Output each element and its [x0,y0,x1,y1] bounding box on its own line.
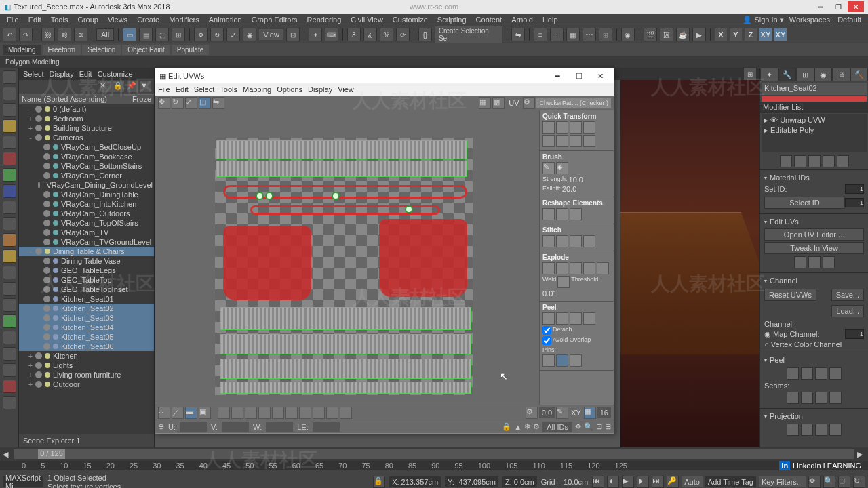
brush-header[interactable]: Brush [542,153,611,161]
key-filters-button[interactable]: Key Filters... [759,476,806,487]
schematic-button[interactable]: ⊞ [599,28,612,41]
uv-nav-icon[interactable]: ⊞ [605,422,611,431]
rotate-button[interactable]: ↻ [210,28,224,41]
tool-icon[interactable] [3,70,16,84]
uv-tool-icon[interactable] [285,407,298,419]
viewport-layout-icon[interactable]: ⊞ [743,67,757,81]
uv-opts-icon[interactable]: ❄ [524,422,530,431]
qt-icon[interactable] [583,121,595,134]
xy-constraint[interactable]: XY [760,28,772,41]
stitch-header[interactable]: Stitch [542,226,611,234]
load-uvw-button[interactable]: Load... [831,305,864,317]
uv-grid-toggle[interactable]: ▦ [584,407,596,419]
create-tab[interactable]: ✦ [760,68,778,81]
uv-opts-icon[interactable]: ⚙ [533,422,540,431]
uv-nav-icon[interactable]: 🔍 [584,422,593,431]
uv-menu-options[interactable]: Options [277,85,302,94]
uv-map-dropdown[interactable]: CheckerPatt... (Checker ) [536,98,611,108]
peel-icon[interactable] [815,367,827,380]
stack-icon[interactable] [837,155,849,167]
tree-row[interactable]: +Outdoor [19,380,154,389]
uv-tool-icon[interactable] [299,407,311,419]
render-frame-button[interactable]: 🖼 [660,28,673,41]
uv-sub-edge[interactable]: ／ [172,407,184,419]
uv-menu-select[interactable]: Select [194,85,215,94]
tool-icon[interactable] [3,347,16,361]
scene-hdr-select[interactable]: Select [23,70,44,78]
scene-hdr-edit[interactable]: Edit [79,70,92,78]
tree-row[interactable]: +Living room furniture [19,370,154,380]
nav-icon[interactable]: 🔍 [823,476,835,488]
uv-ids-dropdown[interactable]: All IDs [542,422,572,432]
peel-header[interactable]: Peel [764,354,864,365]
select-object-button[interactable]: ▭ [123,28,136,41]
time-slider[interactable]: ◀ 0 / 125 ▶ [0,447,868,461]
uv-sub-poly[interactable]: ▬ [185,407,197,419]
uv-lock-icon[interactable]: 🔒 [502,422,511,431]
selectid-button[interactable]: Select ID [764,197,845,209]
nav-icon[interactable]: ✥ [808,476,821,488]
placement-button[interactable]: ◉ [243,28,256,41]
add-time-tag[interactable]: Add Time Tag [705,476,756,487]
material-editor-button[interactable]: ◉ [621,28,635,41]
peel-icon[interactable] [801,367,813,380]
menu-civil-view[interactable]: Civil View [347,14,387,25]
falloff-value[interactable]: 20.0 [562,185,576,193]
minimize-button[interactable]: ━ [812,1,829,12]
modifier-list-label[interactable]: Modifier List [760,102,868,113]
stitch-icon[interactable] [583,235,595,247]
tree-row[interactable]: -0 (default) [19,104,154,114]
uv-pin-icon[interactable] [332,192,340,200]
w-input[interactable] [266,422,293,432]
menu-file[interactable]: File [3,14,23,25]
tree-row[interactable]: -Dining Table & Chairs [19,247,154,256]
z-coord[interactable]: Z: 0.0cm [502,476,537,487]
ribbon-tab-modeling[interactable]: Modeling [3,45,41,55]
object-color-swatch[interactable] [762,96,867,102]
tree-row[interactable]: Kitchen_Seat01 [19,294,154,304]
tree-row[interactable]: VRayCam_Outdoors [19,209,154,218]
z-constraint[interactable]: Z [745,28,757,41]
y-coord[interactable]: Y: -437.095cm [445,476,498,487]
edituv-icon[interactable] [808,256,821,268]
uv-sub-vertex[interactable]: ∴ [158,407,170,419]
qt-icon[interactable] [570,121,582,134]
tree-row[interactable]: VRayCam_DiningTable [19,190,154,199]
curve-editor-button[interactable]: 〰 [583,28,596,41]
detach-checkbox[interactable] [542,326,551,335]
uv-freeform-button[interactable]: ◫ [199,97,211,109]
uv-canvas[interactable]: ↖ [155,110,539,405]
qt-icon[interactable] [583,135,595,147]
edituv-icon[interactable] [823,256,835,268]
link-button[interactable]: ⛓ [41,28,55,41]
uv-xy-label[interactable]: XY [571,409,581,417]
snap-toggle[interactable]: 3 [347,28,361,41]
tree-header-name[interactable]: Name (Sorted Ascending) [22,95,107,103]
le-input[interactable] [313,422,340,432]
edit-named-button[interactable]: {} [418,28,432,41]
manipulate-button[interactable]: ✦ [309,28,322,41]
explode-icon[interactable] [556,262,568,274]
tree-row[interactable]: -Cameras [19,133,154,142]
uv-minimize-button[interactable]: ━ [549,70,568,82]
peel-icon[interactable] [570,312,582,325]
stitch-icon[interactable] [556,235,568,247]
peel-icon[interactable] [556,312,568,325]
tool-icon[interactable] [3,396,16,409]
tree-row[interactable]: Dining Table Vase [19,256,154,266]
uv-rotate-button[interactable]: ↻ [172,97,184,109]
tool-icon[interactable] [3,217,16,230]
play-button[interactable]: ▶ [622,476,634,488]
tool-icon[interactable] [3,168,16,182]
weld-icon[interactable] [557,276,570,288]
uv-spin-value[interactable]: 0.0 [539,407,555,418]
uv-titlebar[interactable]: ▦ Edit UVWs ━ ☐ ✕ [155,68,614,83]
modifier-stack[interactable]: ▸ 👁 Unwrap UVW ▸ Editable Poly [762,114,867,152]
menu-edit[interactable]: Edit [24,14,45,25]
tweak-in-view-button[interactable]: Tweak In View [764,242,864,254]
scene-hdr-customize[interactable]: Customize [98,70,133,78]
qt-icon[interactable] [542,135,555,147]
align-button[interactable]: ≡ [534,28,547,41]
uv-grid-value[interactable]: 16 [597,407,611,418]
hierarchy-tab[interactable]: ⊞ [796,68,814,81]
